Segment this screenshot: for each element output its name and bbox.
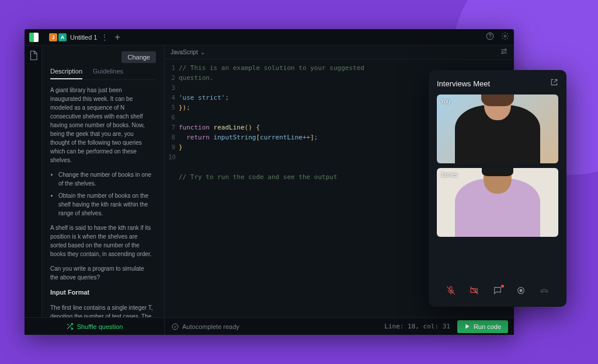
video-tag: James [440,172,457,178]
avatar[interactable]: J [49,33,57,41]
titlebar: J A Untitled 1 ⋮ + [25,29,514,46]
change-button[interactable]: Change [121,51,156,63]
svg-point-2 [504,35,506,37]
problem-description: A giant library has just been inaugurate… [50,86,156,317]
line-gutter: 12345678910 [165,63,179,317]
panel-tabs: Description Guidelines [50,68,156,80]
document-title[interactable]: Untitled 1 [70,34,97,41]
notification-dot [501,285,504,288]
chat-icon[interactable] [493,286,502,298]
call-controls [437,282,558,299]
cursor-position: Line: 18, col: 31 [384,323,450,330]
language-selector[interactable]: JavaScript ⌄ [171,49,205,55]
person-silhouette [455,178,540,237]
svg-point-1 [489,37,490,38]
settings-icon[interactable] [501,32,509,43]
hangup-icon[interactable] [540,286,549,298]
description-list-item: Change the number of books in one of the… [58,170,154,188]
app-logo[interactable] [29,33,39,42]
microphone-muted-icon[interactable] [446,286,456,298]
camera-off-icon[interactable] [470,286,479,298]
tab-menu-icon[interactable]: ⋮ [100,33,109,42]
run-label: Run code [474,323,501,330]
description-paragraph: A giant library has just been inaugurate… [50,86,154,164]
status-bar: Shuffle question Autocomplete ready Line… [25,317,514,335]
input-format-heading: Input Format [50,288,154,298]
run-code-button[interactable]: Run code [457,320,508,333]
description-list-item: Obtain the number of books on the shelf … [58,191,154,218]
svg-point-7 [520,289,522,292]
external-link-icon[interactable] [550,78,558,89]
shuffle-label: Shuffle question [77,323,123,330]
help-icon[interactable] [486,32,494,43]
svg-point-3 [505,48,506,50]
autocomplete-status: Autocomplete ready [165,323,384,330]
person-silhouette [455,105,540,163]
video-feed-self[interactable]: You [437,94,558,163]
file-sidebar [25,46,42,317]
description-paragraph: The first line contains a single integer… [50,303,154,318]
video-panel-title: Interviews Meet [437,79,490,88]
document-icon[interactable] [28,50,39,61]
problem-panel: Change Description Guidelines A giant li… [42,46,165,317]
video-feed-participant[interactable]: James [437,168,558,237]
tab-description[interactable]: Description [50,68,82,79]
chevron-down-icon: ⌄ [200,49,205,55]
new-tab-button[interactable]: + [114,32,120,43]
shuffle-button[interactable]: Shuffle question [25,318,165,335]
autocomplete-label: Autocomplete ready [182,323,239,330]
collaborator-avatars: J A [49,33,67,41]
description-paragraph: Can you write a program to simulate the … [50,264,154,282]
video-panel-header: Interviews Meet [437,78,558,89]
description-paragraph: A shelf is said to have the kth rank if … [50,223,154,258]
svg-point-5 [172,324,178,330]
svg-point-4 [502,52,503,53]
record-icon[interactable] [516,286,526,298]
video-call-panel: Interviews Meet You James [429,70,566,307]
editor-toolbar: JavaScript ⌄ [165,46,514,60]
language-label: JavaScript [171,49,198,55]
avatar[interactable]: A [58,33,67,41]
tab-guidelines[interactable]: Guidelines [93,68,123,79]
video-tag: You [440,98,450,104]
editor-settings-icon[interactable] [500,47,508,58]
